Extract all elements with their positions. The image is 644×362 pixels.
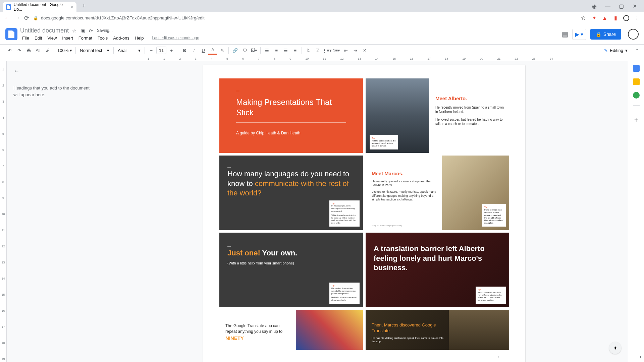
- slide-heading: Meet Marcos.: [372, 170, 437, 177]
- highlight-icon[interactable]: ✎: [218, 46, 226, 55]
- font-select[interactable]: Arial▾: [116, 48, 143, 53]
- menu-format[interactable]: Format: [76, 35, 94, 41]
- clear-format-icon[interactable]: ✕: [360, 46, 369, 55]
- menu-file[interactable]: File: [20, 35, 31, 41]
- present-button[interactable]: ▶ ▾: [572, 29, 586, 40]
- outline-back-icon[interactable]: ←: [13, 68, 94, 75]
- header-right: ▤ ▶ ▾ 🔒 Share: [562, 29, 639, 40]
- share-label: Share: [603, 32, 616, 37]
- align-center-icon[interactable]: ≡: [272, 46, 281, 55]
- maximize-icon[interactable]: ▢: [617, 2, 625, 10]
- main-area: 123456789101112131415161718192021 ← Head…: [0, 61, 644, 362]
- outline-panel: ← Headings that you add to the document …: [7, 61, 101, 362]
- menu-tools[interactable]: Tools: [96, 35, 110, 41]
- editing-label: Editing: [610, 48, 623, 53]
- print-icon[interactable]: 🖶: [24, 46, 33, 55]
- add-addon-icon[interactable]: +: [634, 116, 638, 124]
- puzzle-icon[interactable]: ✦: [591, 15, 597, 21]
- align-left-icon[interactable]: ☰: [263, 46, 271, 55]
- docs-favicon: [6, 4, 11, 10]
- share-button[interactable]: 🔒 Share: [590, 29, 621, 40]
- tip-box: Tip In this example, we're leading off w…: [329, 200, 360, 227]
- profile-icon[interactable]: [623, 15, 629, 21]
- decrease-size-icon[interactable]: −: [147, 46, 156, 55]
- side-panel-right-icon[interactable]: ›: [640, 354, 641, 359]
- side-panel-left-icon[interactable]: ‹: [497, 354, 499, 359]
- text-color-icon[interactable]: A: [208, 46, 217, 55]
- undo-icon[interactable]: ↶: [5, 46, 14, 55]
- document-title[interactable]: Untitled document: [20, 27, 69, 34]
- forward-icon[interactable]: →: [14, 14, 20, 21]
- bullet-list-icon[interactable]: ⋮≡▾: [323, 46, 331, 55]
- cloud-icon: ⟳: [89, 28, 93, 34]
- account-avatar[interactable]: [628, 29, 639, 40]
- comments-icon[interactable]: ▤: [562, 30, 568, 38]
- line-spacing-icon[interactable]: ⇅: [304, 46, 313, 55]
- menu-view[interactable]: View: [45, 35, 59, 41]
- align-justify-icon[interactable]: ≡: [291, 46, 300, 55]
- tip-box: Tip Tell the audience about the problem …: [370, 135, 398, 149]
- collapse-toolbar-icon[interactable]: ⌃: [635, 48, 639, 53]
- slide-title: Just one! Your own.: [227, 248, 355, 258]
- slide-byline: A guide by Chip Heath & Dan Heath: [236, 131, 346, 136]
- menu-help[interactable]: Help: [133, 35, 146, 41]
- slide-6: A translation barrier left Alberto feeli…: [366, 233, 509, 307]
- calendar-icon[interactable]: [633, 65, 640, 72]
- address-bar: ← → ⟳ 🔒 docs.google.com/document/d/1JXxL…: [0, 12, 644, 24]
- minimize-icon[interactable]: —: [604, 2, 612, 10]
- comment-icon[interactable]: 🗨: [240, 46, 249, 55]
- redo-icon[interactable]: ↷: [15, 46, 23, 55]
- outline-placeholder: Headings that you add to the document wi…: [13, 85, 94, 98]
- docs-logo[interactable]: [5, 28, 17, 40]
- editing-mode-button[interactable]: ✎ Editing ▾: [601, 47, 630, 54]
- reload-icon[interactable]: ⟳: [24, 14, 29, 22]
- underline-icon[interactable]: U: [199, 46, 208, 55]
- increase-size-icon[interactable]: +: [167, 46, 176, 55]
- slide-photo: Tip Tell the audience about the problem …: [366, 78, 429, 153]
- last-edit-link[interactable]: Last edit was seconds ago: [150, 35, 201, 41]
- link-icon[interactable]: 🔗: [231, 46, 239, 55]
- increase-indent-icon[interactable]: ⇥: [351, 46, 360, 55]
- menu-addons[interactable]: Add-ons: [111, 35, 131, 41]
- spellcheck-icon[interactable]: Aͯ: [34, 46, 42, 55]
- numbered-list-icon[interactable]: 1≡▾: [332, 46, 341, 55]
- menu-edit[interactable]: Edit: [33, 35, 44, 41]
- close-tab-icon[interactable]: ×: [70, 4, 73, 10]
- decrease-indent-icon[interactable]: ⇤: [341, 46, 350, 55]
- align-right-icon[interactable]: ☰: [281, 46, 290, 55]
- vertical-ruler[interactable]: 123456789101112131415161718192021: [0, 61, 7, 362]
- ext-icon-1[interactable]: ▲: [602, 15, 608, 21]
- horizontal-ruler[interactable]: 1123456789101112131415161718192021222324: [0, 56, 644, 61]
- ext-icon-2[interactable]: ▮: [612, 15, 619, 21]
- font-size-input[interactable]: [156, 47, 166, 54]
- menu-insert[interactable]: Insert: [60, 35, 75, 41]
- star-doc-icon[interactable]: ☆: [72, 28, 76, 34]
- tip-box: Tip Remember if something sounds like co…: [329, 283, 360, 304]
- menu-icon[interactable]: ⋮: [634, 15, 640, 21]
- url-bar[interactable]: 🔒 docs.google.com/document/d/1JXxLZrtoAj…: [33, 15, 576, 20]
- toolbar: ↶ ↷ 🖶 Aͯ 🖌 100%▾ Normal text▾ Arial▾ − +…: [0, 44, 644, 56]
- new-tab-button[interactable]: +: [79, 1, 89, 11]
- bold-icon[interactable]: B: [180, 46, 189, 55]
- document-canvas[interactable]: — Making Presentations That Stick A guid…: [101, 61, 628, 362]
- tasks-icon[interactable]: [633, 92, 640, 99]
- image-icon[interactable]: 🖼▾: [250, 46, 258, 55]
- move-doc-icon[interactable]: ▣: [80, 28, 85, 34]
- docs-header: Untitled document ☆ ▣ ⟳ Saving... File E…: [0, 24, 644, 44]
- disclaimer: Story for illustration purposes only: [372, 225, 402, 227]
- explore-button[interactable]: ✦: [609, 342, 621, 354]
- paragraph-style-select[interactable]: Normal text▾: [78, 48, 111, 53]
- browser-tab[interactable]: Untitled document - Google Do... ×: [3, 2, 76, 12]
- paint-format-icon[interactable]: 🖌: [43, 46, 52, 55]
- italic-icon[interactable]: I: [190, 46, 198, 55]
- close-window-icon[interactable]: ✕: [631, 2, 639, 10]
- side-panel-toggles: ‹ ›: [497, 354, 641, 359]
- checklist-icon[interactable]: ☑: [313, 46, 322, 55]
- back-icon[interactable]: ←: [4, 14, 10, 21]
- star-icon[interactable]: ☆: [580, 15, 586, 21]
- zoom-select[interactable]: 100%▾: [56, 48, 73, 53]
- browser-tab-strip: Untitled document - Google Do... × + ◉ —…: [0, 0, 644, 12]
- saving-status: Saving...: [97, 28, 113, 34]
- title-area: Untitled document ☆ ▣ ⟳ Saving... File E…: [20, 27, 559, 41]
- keep-icon[interactable]: [633, 78, 640, 85]
